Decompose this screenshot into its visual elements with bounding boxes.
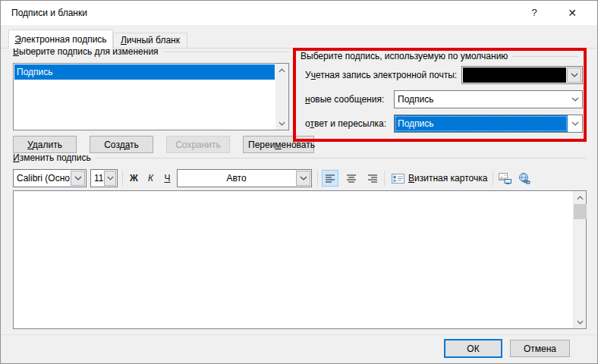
- replies-forwards-combobox[interactable]: Подпись: [394, 115, 583, 133]
- tab-personal-stationery[interactable]: Личный бланк: [113, 33, 187, 48]
- signature-actions-row: Удалить Создать Сохранить Переименовать: [13, 136, 314, 153]
- font-name-value: Calibri (Основной те: [14, 170, 70, 187]
- default-signature-group-header: Выберите подпись, используемую по умолча…: [301, 51, 578, 61]
- list-item-signature[interactable]: Подпись: [14, 64, 275, 80]
- italic-button[interactable]: К: [143, 170, 158, 187]
- font-size-value: 11: [91, 170, 103, 187]
- signature-editor-textarea[interactable]: [13, 190, 587, 329]
- business-card-icon: [392, 174, 404, 184]
- scroll-up-icon[interactable]: [275, 64, 288, 77]
- new-messages-value: Подпись: [395, 91, 568, 108]
- tab-label: Электронная подпись: [14, 34, 106, 45]
- toolbar-separator: [493, 171, 493, 186]
- align-left-button[interactable]: [322, 170, 338, 187]
- underline-button[interactable]: Ч: [160, 170, 175, 187]
- dialog-title: Подписи и бланки: [11, 1, 87, 25]
- align-center-icon: [347, 174, 357, 183]
- scroll-down-icon[interactable]: [275, 117, 288, 130]
- hyperlink-globe-icon: [518, 173, 530, 184]
- group-divider-line: [512, 56, 578, 57]
- editor-scrollbar[interactable]: [573, 191, 586, 328]
- tab-email-signature[interactable]: Электронная подпись: [8, 30, 113, 49]
- insert-hyperlink-button[interactable]: [516, 170, 533, 187]
- new-messages-label: новые сообщения:: [305, 90, 384, 108]
- new-button[interactable]: Создать: [90, 136, 153, 153]
- email-account-label: Учетная запись электронной почты:: [305, 66, 457, 84]
- insert-picture-icon: [499, 173, 511, 184]
- redacted-email-account-value: [463, 67, 566, 83]
- dropdown-chevron-icon[interactable]: [104, 171, 116, 186]
- save-button: Сохранить: [166, 136, 230, 153]
- dropdown-chevron-icon[interactable]: [568, 91, 582, 108]
- edit-signature-group-label: Изменить подпись: [13, 152, 91, 163]
- align-left-icon: [326, 174, 335, 183]
- bold-button[interactable]: Ж: [127, 170, 141, 187]
- dropdown-chevron-icon[interactable]: [568, 115, 582, 132]
- group-divider-line: [163, 52, 289, 52]
- align-center-button[interactable]: [343, 170, 360, 187]
- ok-button[interactable]: ОК: [444, 339, 502, 358]
- signature-listbox[interactable]: Подпись: [13, 63, 289, 130]
- toolbar-separator: [122, 171, 123, 186]
- group-divider-line: [96, 158, 586, 158]
- new-messages-combobox[interactable]: Подпись: [394, 90, 583, 108]
- align-right-icon: [368, 174, 378, 183]
- default-signature-panel: Выберите подпись, используемую по умолча…: [296, 51, 584, 139]
- footer-divider: [1, 334, 597, 335]
- toolbar-separator: [317, 171, 318, 186]
- delete-button[interactable]: Удалить: [13, 136, 77, 153]
- font-color-value: Авто: [178, 170, 295, 187]
- dropdown-chevron-icon[interactable]: [567, 67, 581, 83]
- align-right-button[interactable]: [364, 170, 381, 187]
- business-card-button[interactable]: Визитная карточка: [388, 170, 491, 187]
- replies-forwards-label: ответ и пересылка:: [305, 115, 386, 133]
- email-account-combobox[interactable]: [461, 66, 583, 84]
- titlebar: Подписи и бланки ? ✕: [1, 1, 597, 25]
- insert-picture-button[interactable]: [496, 170, 513, 187]
- font-name-combobox[interactable]: Calibri (Основной те: [13, 169, 87, 187]
- toolbar-separator: [384, 171, 385, 186]
- tab-label: Личный бланк: [121, 35, 180, 46]
- listbox-scrollbar[interactable]: [275, 64, 288, 130]
- scroll-down-icon[interactable]: [574, 315, 587, 328]
- close-button[interactable]: ✕: [555, 1, 590, 25]
- dropdown-chevron-icon[interactable]: [296, 171, 310, 186]
- dropdown-chevron-icon[interactable]: [71, 171, 85, 186]
- scrollbar-thumb[interactable]: [574, 204, 587, 219]
- edit-signature-group-header: Изменить подпись: [13, 152, 586, 163]
- cancel-button[interactable]: Отмена: [510, 340, 570, 357]
- scroll-up-icon[interactable]: [574, 191, 587, 204]
- signatures-and-stationery-dialog: Подписи и бланки ? ✕ Электронная подпись…: [0, 0, 598, 364]
- replies-forwards-value: Подпись: [395, 115, 568, 132]
- help-button[interactable]: ?: [517, 1, 552, 25]
- default-signature-group-label: Выберите подпись, используемую по умолча…: [301, 51, 508, 61]
- font-size-combobox[interactable]: 11: [90, 169, 118, 187]
- font-color-combobox[interactable]: Авто: [177, 169, 312, 187]
- business-card-label: Визитная карточка: [408, 173, 487, 184]
